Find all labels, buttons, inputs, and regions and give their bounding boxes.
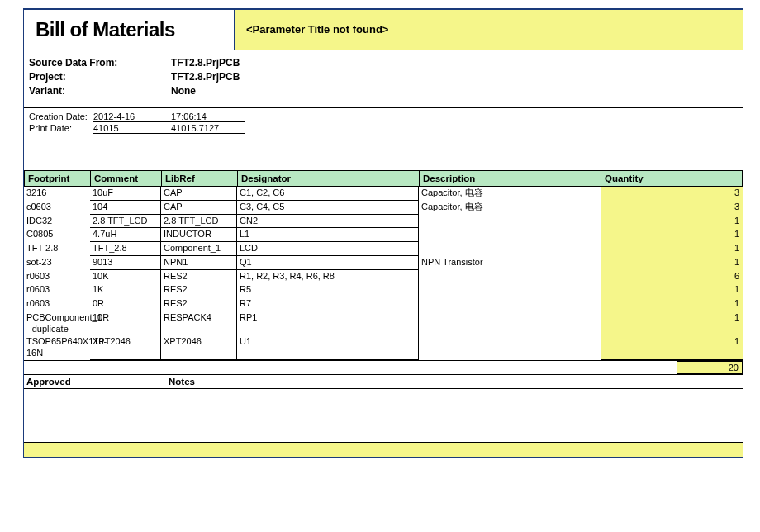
cell-quantity: 1 (601, 311, 743, 336)
print-date: 41015 (93, 123, 171, 134)
cell-designator: U1 (237, 335, 419, 360)
cell-comment: 10R (90, 311, 161, 336)
source-value: TFT2.8.PrjPCB (171, 57, 468, 69)
source-row: Source Data From: TFT2.8.PrjPCB (29, 57, 738, 69)
cell-designator: R5 (237, 283, 419, 297)
notes-label: Notes (169, 377, 195, 387)
table-header: Footprint Comment LibRef Designator Desc… (24, 170, 743, 187)
cell-designator: C3, C4, C5 (237, 201, 419, 215)
total-row: 20 (24, 360, 743, 374)
variant-row: Variant: None (29, 85, 738, 97)
cell-description (419, 228, 601, 242)
table-body: 321610uFCAPC1, C2, C6Capacitor, 电容3c0603… (24, 187, 743, 360)
cell-comment: 0R (90, 297, 161, 311)
cell-footprint: r0603 (24, 270, 90, 284)
cell-comment: 10uF (90, 187, 161, 201)
cell-quantity: 1 (601, 335, 743, 360)
cell-footprint: c0603 (24, 201, 90, 215)
th-footprint: Footprint (25, 171, 91, 186)
cell-designator: LCD (237, 242, 419, 256)
cell-footprint: sot-23 (24, 256, 90, 270)
cell-footprint: PCBComponent_1 - duplicate (24, 311, 90, 336)
parameter-title: <Parameter Title not found> (235, 10, 743, 50)
print-time: 41015.7127 (171, 123, 245, 134)
cell-description (419, 270, 601, 284)
cell-libref: XPT2046 (161, 335, 237, 360)
cell-description (419, 283, 601, 297)
th-quantity: Quantity (601, 171, 742, 186)
cell-quantity: 1 (601, 297, 743, 311)
project-row: Project: TFT2.8.PrjPCB (29, 71, 738, 83)
title: Bill of Materials (24, 10, 235, 50)
cell-designator: C1, C2, C6 (237, 187, 419, 201)
cell-libref: RES2 (161, 270, 237, 284)
cell-description (419, 335, 601, 360)
creation-row: Creation Date: 2012-4-16 17:06:14 (29, 112, 738, 122)
cell-comment: 104 (90, 201, 161, 215)
cell-comment: XPT2046 (90, 335, 161, 360)
cell-description: Capacitor, 电容 (419, 201, 601, 215)
cell-designator: RP1 (237, 311, 419, 336)
metadata: Source Data From: TFT2.8.PrjPCB Project:… (24, 50, 743, 102)
cell-designator: R1, R2, R3, R4, R6, R8 (237, 270, 419, 284)
cell-quantity: 1 (601, 228, 743, 242)
cell-quantity: 3 (601, 187, 743, 201)
cell-quantity: 1 (601, 242, 743, 256)
table-row: sot-239013NPN1Q1NPN Transistor1 (24, 256, 743, 270)
creation-date: 2012-4-16 (93, 112, 171, 122)
cell-libref: NPN1 (161, 256, 237, 270)
total-quantity: 20 (677, 361, 743, 374)
cell-quantity: 1 (601, 215, 743, 229)
cell-comment: TFT_2.8 (90, 242, 161, 256)
table-row: r060310KRES2R1, R2, R3, R4, R6, R86 (24, 270, 743, 284)
creation-time: 17:06:14 (171, 112, 245, 122)
cell-libref: RES2 (161, 283, 237, 297)
print-label: Print Date: (29, 123, 93, 134)
cell-designator: CN2 (237, 215, 419, 229)
cell-description (419, 297, 601, 311)
cell-comment: 1K (90, 283, 161, 297)
approved-row: Approved Notes (24, 374, 743, 389)
bom-page: Bill of Materials <Parameter Title not f… (0, 0, 760, 532)
table-row: c0603104CAPC3, C4, C5Capacitor, 电容3 (24, 201, 743, 215)
cell-libref: Component_1 (161, 242, 237, 256)
cell-comment: 9013 (90, 256, 161, 270)
cell-libref: RES2 (161, 297, 237, 311)
notes-box (24, 389, 743, 435)
cell-footprint: r0603 (24, 297, 90, 311)
cell-description (419, 215, 601, 229)
cell-description: Capacitor, 电容 (419, 187, 601, 201)
cell-libref: CAP (161, 187, 237, 201)
date-underline (93, 135, 245, 145)
cell-quantity: 6 (601, 270, 743, 284)
source-label: Source Data From: (29, 57, 171, 69)
table-row: r06030RRES2R71 (24, 297, 743, 311)
table-row: r06031KRES2R51 (24, 283, 743, 297)
cell-footprint: 3216 (24, 187, 90, 201)
creation-label: Creation Date: (29, 112, 93, 122)
th-description: Description (420, 171, 601, 186)
bom-frame: Bill of Materials <Parameter Title not f… (23, 8, 743, 458)
table-row: IDC322.8 TFT_LCD2.8 TFT_LCDCN21 (24, 215, 743, 229)
cell-quantity: 1 (601, 283, 743, 297)
cell-footprint: TFT 2.8 (24, 242, 90, 256)
table-row: TFT 2.8TFT_2.8Component_1LCD1 (24, 242, 743, 256)
cell-designator: Q1 (237, 256, 419, 270)
cell-comment: 2.8 TFT_LCD (90, 215, 161, 229)
cell-libref: INDUCTOR (161, 228, 237, 242)
cell-comment: 10K (90, 270, 161, 284)
cell-footprint: r0603 (24, 283, 90, 297)
table-row: 321610uFCAPC1, C2, C6Capacitor, 电容3 (24, 187, 743, 201)
approved-label: Approved (26, 377, 169, 387)
th-comment: Comment (91, 171, 162, 186)
cell-comment: 4.7uH (90, 228, 161, 242)
print-row: Print Date: 41015 41015.7127 (29, 123, 738, 134)
cell-footprint: C0805 (24, 228, 90, 242)
cell-libref: RESPACK4 (161, 311, 237, 336)
variant-label: Variant: (29, 85, 171, 97)
cell-libref: CAP (161, 201, 237, 215)
footer-bar (24, 442, 743, 457)
dates: Creation Date: 2012-4-16 17:06:14 Print … (24, 107, 743, 149)
cell-footprint: IDC32 (24, 215, 90, 229)
cell-quantity: 1 (601, 256, 743, 270)
